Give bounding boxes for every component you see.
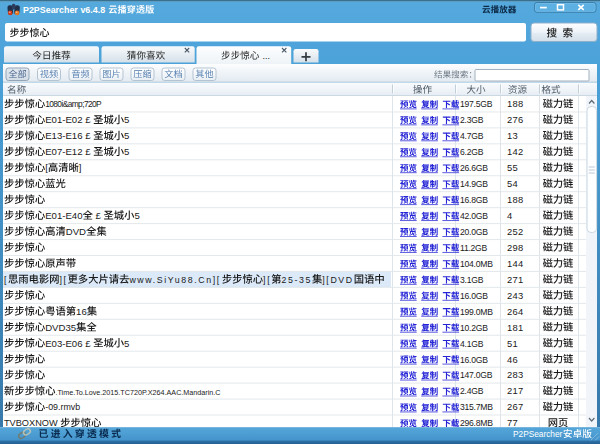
svg-text:v6.4.8: v6.4.8 — [80, 5, 105, 15]
svg-text:P2PSearcher: P2PSearcher — [513, 429, 563, 439]
svg-text:[: [ — [45, 162, 48, 173]
svg-text:243: 243 — [507, 290, 524, 301]
svg-text:£: £ — [85, 338, 91, 349]
svg-text:][: ][ — [60, 275, 68, 285]
svg-text:42.0GB: 42.0GB — [460, 211, 488, 221]
svg-text:2.3GB: 2.3GB — [460, 115, 484, 125]
svg-text:E01-E40: E01-E40 — [45, 210, 82, 221]
svg-text:E13-E16: E13-E16 — [45, 130, 82, 141]
svg-text:DVD: DVD — [66, 226, 86, 237]
svg-text:6.2GB: 6.2GB — [460, 147, 484, 157]
svg-text:5: 5 — [124, 338, 129, 349]
svg-text:16.0GB: 16.0GB — [460, 355, 488, 365]
svg-text:E07-E12: E07-E12 — [45, 146, 82, 157]
svg-text:217: 217 — [507, 385, 524, 396]
svg-text:.Time.To.Love.2015.TC720P.X264: .Time.To.Love.2015.TC720P.X264.AAC.Manda… — [56, 388, 221, 397]
svg-text:16: 16 — [76, 306, 87, 317]
svg-text:E03-E06: E03-E06 — [45, 338, 82, 349]
svg-text:13: 13 — [507, 130, 518, 141]
svg-text:11.2GB: 11.2GB — [460, 243, 488, 253]
svg-text:£: £ — [85, 130, 91, 141]
svg-text:www.SiYu88.Cn][: www.SiYu88.Cn][ — [128, 275, 220, 285]
svg-text:188: 188 — [507, 98, 524, 109]
svg-text:276: 276 — [507, 114, 524, 125]
svg-text:144: 144 — [507, 258, 524, 269]
svg-text:][: ][ — [263, 275, 271, 285]
svg-text:...: ... — [262, 51, 270, 61]
svg-text:4.7GB: 4.7GB — [460, 131, 484, 141]
svg-text:][DVD: ][DVD — [322, 275, 353, 285]
svg-text:3.1GB: 3.1GB — [460, 275, 484, 285]
svg-text:P2PSearcher: P2PSearcher — [23, 5, 78, 15]
svg-text:1080i&amp;720P: 1080i&amp;720P — [45, 99, 102, 109]
svg-text:54: 54 — [507, 178, 518, 189]
svg-text:5: 5 — [124, 146, 129, 157]
svg-text:]: ] — [79, 162, 82, 173]
svg-text:£: £ — [85, 146, 91, 157]
svg-text:26.6GB: 26.6GB — [460, 163, 488, 173]
svg-text:2.4GB: 2.4GB — [460, 386, 484, 396]
svg-text:TVBOXNOW: TVBOXNOW — [4, 418, 58, 428]
svg-text:188: 188 — [507, 194, 524, 205]
svg-text:£: £ — [85, 114, 91, 125]
svg-text:5: 5 — [134, 210, 139, 221]
svg-text:315.7MB: 315.7MB — [460, 402, 493, 412]
svg-text:181: 181 — [507, 322, 524, 333]
svg-text:[: [ — [4, 275, 8, 285]
svg-text:55: 55 — [507, 162, 518, 173]
svg-text:197.5GB: 197.5GB — [460, 99, 493, 109]
svg-text:E01-E02: E01-E02 — [45, 114, 82, 125]
svg-text:16.8GB: 16.8GB — [460, 195, 488, 205]
svg-text:271: 271 — [507, 274, 524, 285]
svg-text:298: 298 — [507, 242, 524, 253]
svg-text:104.0MB: 104.0MB — [460, 259, 493, 269]
svg-text:10.2GB: 10.2GB — [460, 323, 488, 333]
svg-text:25-35: 25-35 — [282, 275, 313, 285]
svg-text:283: 283 — [507, 369, 524, 380]
svg-text:77: 77 — [507, 417, 518, 428]
svg-text:DVD35: DVD35 — [45, 322, 76, 333]
svg-text:252: 252 — [507, 226, 524, 237]
svg-text:296.8MB: 296.8MB — [460, 418, 493, 428]
svg-text:199.0MB: 199.0MB — [460, 307, 493, 317]
svg-text:-09.rmvb: -09.rmvb — [45, 402, 80, 412]
svg-text:267: 267 — [507, 401, 524, 412]
svg-text:4: 4 — [507, 210, 513, 221]
svg-text:46: 46 — [507, 354, 518, 365]
svg-text:142: 142 — [507, 146, 524, 157]
svg-text:16.0GB: 16.0GB — [460, 291, 488, 301]
svg-text:14.9GB: 14.9GB — [460, 179, 488, 189]
svg-text:4.1GB: 4.1GB — [460, 339, 484, 349]
svg-text:264: 264 — [507, 306, 524, 317]
svg-text:147.0GB: 147.0GB — [460, 370, 493, 380]
svg-text:5: 5 — [124, 130, 129, 141]
svg-text:20.0GB: 20.0GB — [460, 227, 488, 237]
svg-text:£: £ — [96, 210, 102, 221]
svg-text:5: 5 — [124, 114, 129, 125]
svg-text:51: 51 — [507, 338, 518, 349]
